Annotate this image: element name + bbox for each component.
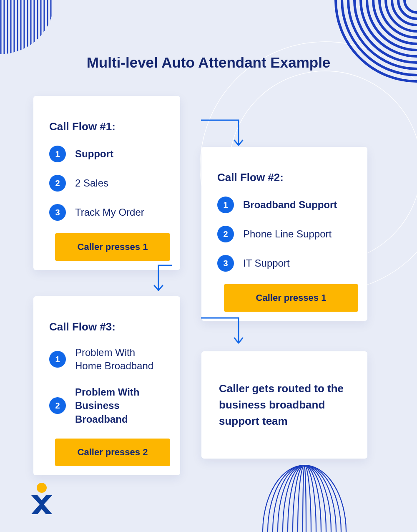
option-number-badge: 2 — [49, 397, 66, 414]
result-card: Caller gets routed to the business broad… — [201, 351, 367, 459]
svg-point-20 — [398, 0, 417, 19]
option-row: 2 Problem With Business Broadband — [49, 386, 164, 426]
option-label: Problem With Home Broadband — [75, 346, 164, 373]
option-row: 1 Support — [49, 146, 164, 162]
caller-action-badge: Caller presses 1 — [55, 233, 170, 261]
option-row: 3 Track My Order — [49, 204, 164, 221]
call-flow-card-2: Call Flow #2: 1 Broadband Support 2 Phon… — [201, 147, 367, 321]
svg-point-31 — [37, 483, 47, 493]
card-heading: Call Flow #1: — [49, 120, 164, 133]
card-heading: Call Flow #3: — [49, 320, 164, 333]
option-label: IT Support — [243, 257, 290, 270]
option-number-badge: 1 — [49, 351, 66, 368]
svg-point-26 — [361, 0, 417, 56]
svg-point-22 — [386, 0, 417, 31]
option-row: 1 Problem With Home Broadband — [49, 346, 164, 373]
option-row: 2 Phone Line Support — [217, 226, 352, 242]
page-title: Multi-level Auto Attendant Example — [0, 54, 417, 71]
option-label: Phone Line Support — [243, 227, 332, 241]
option-row: 2 2 Sales — [49, 175, 164, 192]
option-number-badge: 1 — [217, 197, 234, 213]
call-flow-card-3: Call Flow #3: 1 Problem With Home Broadb… — [33, 296, 180, 475]
svg-point-19 — [404, 0, 417, 13]
option-label: Track My Order — [75, 206, 144, 219]
option-number-badge: 1 — [49, 146, 66, 162]
option-label: Broadband Support — [243, 198, 337, 212]
option-number-badge: 3 — [49, 204, 66, 221]
barcode-graphic — [0, 0, 54, 54]
svg-point-24 — [373, 0, 417, 44]
result-text: Caller gets routed to the business broad… — [219, 381, 350, 429]
option-number-badge: 2 — [49, 175, 66, 192]
option-label: Support — [75, 147, 113, 161]
option-row: 3 IT Support — [217, 255, 352, 272]
dome-graphic — [259, 457, 350, 532]
option-label: Problem With Business Broadband — [75, 386, 164, 426]
svg-point-23 — [379, 0, 417, 38]
card-heading: Call Flow #2: — [217, 171, 352, 184]
option-number-badge: 3 — [217, 255, 234, 272]
svg-point-27 — [354, 0, 417, 63]
svg-point-21 — [392, 0, 417, 25]
caller-action-badge: Caller presses 1 — [224, 284, 358, 312]
svg-point-25 — [367, 0, 417, 50]
option-row: 1 Broadband Support — [217, 197, 352, 213]
option-label: 2 Sales — [75, 176, 108, 190]
brand-logo — [29, 483, 54, 516]
arrow-3-to-result — [180, 317, 247, 350]
caller-action-badge: Caller presses 2 — [55, 439, 170, 466]
option-number-badge: 2 — [217, 226, 234, 242]
call-flow-card-1: Call Flow #1: 1 Support 2 2 Sales 3 Trac… — [33, 96, 180, 270]
rings-graphic — [334, 0, 417, 83]
